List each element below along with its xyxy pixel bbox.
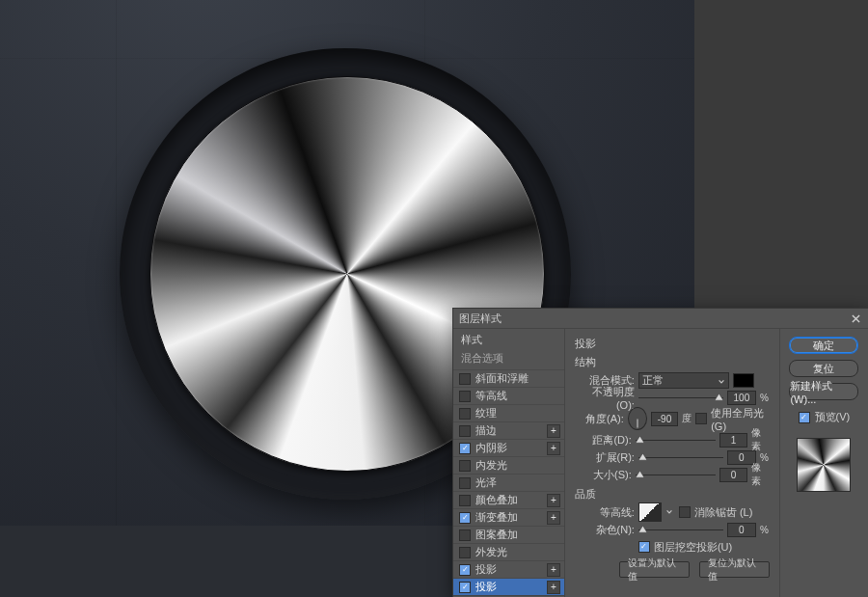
reset-default-button[interactable]: 复位为默认值 <box>699 561 770 578</box>
knockout-checkbox[interactable] <box>638 541 650 553</box>
blending-options-row[interactable]: 混合选项 <box>453 349 564 369</box>
style-name: 光泽 <box>475 475 560 490</box>
style-checkbox[interactable] <box>459 512 471 524</box>
contour-picker[interactable] <box>638 502 662 522</box>
style-name: 投影 <box>475 562 542 577</box>
style-row-10[interactable]: 外发光 <box>453 543 564 560</box>
size-label: 大小(S): <box>575 468 632 482</box>
add-effect-icon[interactable]: + <box>547 563 560 577</box>
noise-value[interactable]: 0 <box>727 523 756 537</box>
effect-settings: 投影 结构 混合模式: 正常 不透明度(O): 100 % 角度(A): <box>565 329 779 597</box>
structure-label: 结构 <box>575 355 770 369</box>
style-name: 等高线 <box>475 389 560 403</box>
noise-slider[interactable] <box>638 523 723 536</box>
ok-button[interactable]: 确定 <box>789 337 858 354</box>
style-row-4[interactable]: 内阴影+ <box>453 439 564 456</box>
layer-style-dialog: 图层样式 样式 混合选项 斜面和浮雕等高线纹理描边+内阴影+内发光光泽颜色叠加+… <box>452 308 868 597</box>
blend-mode-select[interactable]: 正常 <box>638 372 729 389</box>
add-effect-icon[interactable]: + <box>547 442 560 455</box>
dialog-title: 图层样式 <box>459 309 502 328</box>
style-checkbox[interactable] <box>459 529 471 541</box>
style-name: 外发光 <box>475 545 560 559</box>
add-effect-icon[interactable]: + <box>547 424 560 438</box>
styles-header: 样式 <box>453 329 564 349</box>
style-name: 内阴影 <box>475 441 542 455</box>
style-checkbox[interactable] <box>459 391 471 402</box>
style-preview <box>797 438 851 492</box>
distance-label: 距离(D): <box>575 433 632 448</box>
close-icon[interactable] <box>849 312 862 325</box>
size-slider[interactable] <box>636 468 717 481</box>
opacity-label: 不透明度(O): <box>575 385 635 411</box>
style-checkbox[interactable] <box>459 477 471 489</box>
chevron-down-icon <box>718 376 725 384</box>
knockout-label: 图层挖空投影(U) <box>654 540 732 555</box>
style-name: 斜面和浮雕 <box>475 371 560 386</box>
noise-label: 杂色(N): <box>575 523 635 537</box>
angle-dial[interactable] <box>628 407 647 430</box>
global-light-checkbox[interactable] <box>695 413 707 424</box>
style-row-3[interactable]: 描边+ <box>453 421 564 439</box>
styles-list: 样式 混合选项 斜面和浮雕等高线纹理描边+内阴影+内发光光泽颜色叠加+渐变叠加+… <box>453 329 565 597</box>
style-row-0[interactable]: 斜面和浮雕 <box>453 369 564 387</box>
antialias-label: 消除锯齿 (L) <box>694 505 753 520</box>
new-style-button[interactable]: 新建样式(W)... <box>789 383 858 400</box>
style-name: 内发光 <box>475 458 560 473</box>
size-value[interactable]: 0 <box>719 468 747 482</box>
contour-label: 等高线: <box>575 505 635 520</box>
distance-value[interactable]: 1 <box>719 433 747 448</box>
style-checkbox[interactable] <box>459 495 471 506</box>
style-checkbox[interactable] <box>459 425 471 437</box>
style-row-7[interactable]: 颜色叠加+ <box>453 491 564 508</box>
make-default-button[interactable]: 设置为默认值 <box>619 561 690 578</box>
opacity-slider[interactable] <box>638 391 723 404</box>
style-row-5[interactable]: 内发光 <box>453 456 564 474</box>
add-effect-icon[interactable]: + <box>547 581 560 594</box>
style-name: 纹理 <box>475 406 560 421</box>
opacity-value[interactable]: 100 <box>727 391 756 405</box>
style-row-8[interactable]: 渐变叠加+ <box>453 508 564 526</box>
chevron-down-icon[interactable] <box>665 504 675 520</box>
antialias-checkbox[interactable] <box>679 506 691 518</box>
style-name: 颜色叠加 <box>475 493 542 507</box>
style-checkbox[interactable] <box>459 443 471 454</box>
cancel-button[interactable]: 复位 <box>789 360 858 377</box>
angle-value[interactable]: -90 <box>651 412 678 426</box>
style-row-2[interactable]: 纹理 <box>453 404 564 421</box>
angle-label: 角度(A): <box>575 412 624 426</box>
style-row-12[interactable]: 投影+ <box>453 578 564 595</box>
preview-checkbox[interactable] <box>799 412 810 423</box>
settings-title: 投影 <box>575 337 770 351</box>
quality-label: 品质 <box>575 487 770 502</box>
style-row-1[interactable]: 等高线 <box>453 387 564 404</box>
dialog-buttons: 确定 复位 新建样式(W)... 预览(V) <box>779 329 868 597</box>
style-row-11[interactable]: 投影+ <box>453 560 564 578</box>
spread-slider[interactable] <box>638 450 723 464</box>
spread-label: 扩展(R): <box>575 450 635 465</box>
style-checkbox[interactable] <box>459 373 471 385</box>
style-name: 图案叠加 <box>475 528 560 542</box>
style-row-6[interactable]: 光泽 <box>453 474 564 491</box>
style-name: 描边 <box>475 423 542 438</box>
add-effect-icon[interactable]: + <box>547 494 560 507</box>
style-checkbox[interactable] <box>459 564 471 576</box>
style-checkbox[interactable] <box>459 547 471 558</box>
shadow-color-swatch[interactable] <box>733 373 754 388</box>
style-name: 投影 <box>475 580 542 594</box>
style-checkbox[interactable] <box>459 460 471 472</box>
style-checkbox[interactable] <box>459 582 471 593</box>
distance-slider[interactable] <box>636 433 717 447</box>
style-checkbox[interactable] <box>459 408 471 420</box>
dialog-titlebar[interactable]: 图层样式 <box>453 309 868 329</box>
preview-label: 预览(V) <box>815 410 851 424</box>
style-name: 渐变叠加 <box>475 510 542 525</box>
add-effect-icon[interactable]: + <box>547 511 560 525</box>
style-row-9[interactable]: 图案叠加 <box>453 526 564 543</box>
